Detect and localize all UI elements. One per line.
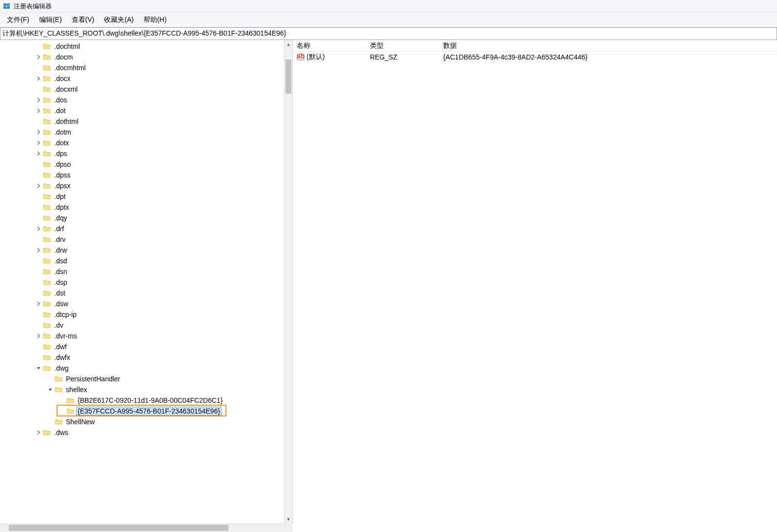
tree-item-label: .drw bbox=[53, 246, 68, 255]
tree-item[interactable]: .dot bbox=[0, 105, 284, 116]
tree-item-label: .dv bbox=[53, 321, 65, 330]
chevron-right-icon[interactable] bbox=[35, 54, 42, 60]
value-type-cell: REG_SZ bbox=[366, 53, 439, 61]
tree-indent bbox=[0, 234, 35, 245]
col-name[interactable]: 名称 bbox=[293, 40, 366, 51]
tree-indent bbox=[0, 288, 35, 298]
tree-item[interactable]: .drf bbox=[0, 223, 284, 234]
tree-indent bbox=[0, 331, 35, 341]
tree-item[interactable]: .drw bbox=[0, 245, 284, 256]
chevron-right-icon[interactable] bbox=[35, 107, 42, 114]
scroll-up-arrow-icon[interactable]: ▲ bbox=[285, 40, 292, 48]
tree-indent bbox=[0, 223, 35, 234]
tree-item[interactable]: .drv bbox=[0, 234, 284, 245]
horizontal-scrollbar[interactable] bbox=[0, 523, 293, 532]
tree-item[interactable]: .docx bbox=[0, 73, 284, 84]
chevron-right-icon[interactable] bbox=[35, 225, 42, 232]
tree-item[interactable]: .dochtml bbox=[0, 41, 284, 52]
tree-item[interactable]: .dothtml bbox=[0, 116, 284, 127]
chevron-right-icon[interactable] bbox=[35, 139, 42, 146]
menu-file[interactable]: 文件(F) bbox=[2, 14, 34, 26]
chevron-right-icon[interactable] bbox=[35, 75, 42, 82]
folder-icon bbox=[43, 150, 51, 157]
tree-item[interactable]: .dotm bbox=[0, 127, 284, 138]
scroll-thumb[interactable] bbox=[286, 59, 291, 94]
tree-item[interactable]: .dpss bbox=[0, 170, 284, 180]
tree-indent bbox=[0, 406, 59, 416]
vertical-scrollbar[interactable]: ▲ ▼ bbox=[284, 40, 292, 523]
tree-item[interactable]: .dv bbox=[0, 320, 284, 331]
tree-item-label: .dsp bbox=[53, 278, 68, 287]
menu-edit[interactable]: 编辑(E) bbox=[34, 14, 67, 26]
folder-icon bbox=[66, 408, 74, 414]
chevron-right-icon[interactable] bbox=[35, 182, 42, 189]
hscroll-thumb[interactable] bbox=[9, 525, 228, 531]
tree-item-label: {BB2E617C-0920-11d1-9A0B-00C04FC2D6C1} bbox=[76, 396, 224, 405]
col-data[interactable]: 数据 bbox=[439, 40, 732, 51]
menu-help[interactable]: 帮助(H) bbox=[139, 14, 171, 26]
value-name-cell: ab(默认) bbox=[293, 52, 366, 62]
value-row[interactable]: ab(默认)REG_SZ{AC1DB655-4F9A-4c39-8AD2-A65… bbox=[293, 52, 777, 62]
tree-item[interactable]: .docxml bbox=[0, 84, 284, 95]
tree-item[interactable]: {E357FCCD-A995-4576-B01F-234630154E96} bbox=[0, 406, 284, 416]
tree-item-label: .dpsx bbox=[53, 181, 72, 190]
tree-item[interactable]: .dpso bbox=[0, 159, 284, 170]
tree-item[interactable]: .dwf bbox=[0, 341, 284, 352]
tree-item[interactable]: .dwg bbox=[0, 363, 284, 374]
folder-icon bbox=[43, 354, 51, 361]
tree-indent bbox=[0, 363, 35, 374]
chevron-right-icon[interactable] bbox=[35, 97, 42, 103]
tree-item[interactable]: .dsd bbox=[0, 256, 284, 266]
chevron-right-icon[interactable] bbox=[35, 429, 42, 436]
tree-item[interactable]: .dvr-ms bbox=[0, 331, 284, 341]
tree-item[interactable]: .dws bbox=[0, 427, 284, 438]
tree-item[interactable]: .dptx bbox=[0, 202, 284, 213]
tree-indent bbox=[0, 180, 35, 191]
tree-item[interactable]: .dos bbox=[0, 95, 284, 105]
menu-view[interactable]: 查看(V) bbox=[67, 14, 100, 26]
chevron-right-icon[interactable] bbox=[35, 247, 42, 254]
tree-item-label: .dst bbox=[53, 289, 67, 297]
folder-icon bbox=[43, 54, 51, 60]
address-bar[interactable]: 计算机\HKEY_CLASSES_ROOT\.dwg\shellex\{E357… bbox=[0, 27, 777, 40]
svg-point-4 bbox=[8, 3, 10, 5]
tree-item[interactable]: .dwfx bbox=[0, 352, 284, 363]
tree-indent bbox=[0, 84, 35, 95]
folder-icon bbox=[43, 193, 51, 200]
tree-item-label: .docm bbox=[53, 53, 74, 61]
tree-item[interactable]: {BB2E617C-0920-11d1-9A0B-00C04FC2D6C1} bbox=[0, 395, 284, 406]
tree-item[interactable]: .dpsx bbox=[0, 180, 284, 191]
tree-item[interactable]: .dsn bbox=[0, 266, 284, 277]
tree-indent bbox=[0, 245, 35, 256]
content-split: .dochtml.docm.docmhtml.docx.docxml.dos.d… bbox=[0, 40, 777, 523]
tree-item-label: .dothtml bbox=[53, 117, 80, 126]
menu-favorites[interactable]: 收藏夹(A) bbox=[99, 14, 139, 26]
tree-item[interactable]: .dtcp-ip bbox=[0, 309, 284, 320]
tree-indent bbox=[0, 352, 35, 363]
chevron-right-icon[interactable] bbox=[35, 300, 42, 307]
chevron-down-icon[interactable] bbox=[35, 365, 42, 372]
tree-item[interactable]: .dsw bbox=[0, 298, 284, 309]
chevron-right-icon[interactable] bbox=[35, 333, 42, 339]
tree-item[interactable]: .dst bbox=[0, 288, 284, 298]
tree-item[interactable]: .dotx bbox=[0, 138, 284, 148]
scroll-down-arrow-icon[interactable]: ▼ bbox=[285, 515, 292, 523]
chevron-down-icon[interactable] bbox=[47, 386, 54, 393]
tree-item[interactable]: ShellNew bbox=[0, 416, 284, 427]
folder-icon bbox=[43, 97, 51, 103]
tree-item[interactable]: .dqy bbox=[0, 213, 284, 223]
tree-item[interactable]: PersistentHandler bbox=[0, 374, 284, 384]
chevron-right-icon[interactable] bbox=[35, 129, 42, 136]
string-value-icon: ab bbox=[297, 53, 305, 61]
tree-item[interactable]: .docmhtml bbox=[0, 62, 284, 73]
folder-icon bbox=[43, 333, 51, 339]
tree-item[interactable]: .dps bbox=[0, 148, 284, 159]
tree-indent bbox=[0, 427, 35, 438]
tree-item[interactable]: .dpt bbox=[0, 191, 284, 202]
tree-item[interactable]: .dsp bbox=[0, 277, 284, 288]
chevron-right-icon[interactable] bbox=[35, 150, 42, 157]
col-type[interactable]: 类型 bbox=[366, 40, 439, 51]
tree-item[interactable]: shellex bbox=[0, 384, 284, 395]
tree-item-label: .dsd bbox=[53, 256, 68, 265]
tree-item[interactable]: .docm bbox=[0, 52, 284, 62]
